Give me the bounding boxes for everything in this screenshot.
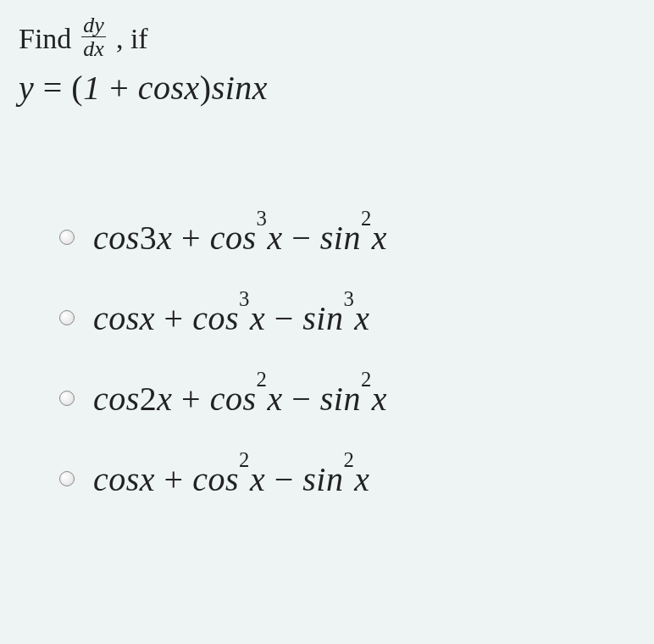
radio-icon[interactable] [59,391,75,406]
option-3-text: cos2x + cos2x − sin2x [93,379,387,419]
option-2-text: cosx + cos3x − sin3x [93,298,370,338]
fraction-dy-dx: dy dx [81,14,106,61]
option-1-text: cos3x + cos3x − sin2x [93,218,387,258]
question-prompt: Find dy dx , if y = (1 + cosx)sinx [0,0,654,108]
options-list: cos3x + cos3x − sin2x cosx + cos3x − sin… [0,218,654,499]
radio-icon[interactable] [59,310,75,325]
option-4-text: cosx + cos2x − sin2x [93,459,370,499]
if-word: , if [116,23,148,55]
option-1[interactable]: cos3x + cos3x − sin2x [59,218,654,258]
option-4[interactable]: cosx + cos2x − sin2x [59,459,654,499]
fraction-numerator: dy [81,14,106,37]
radio-icon[interactable] [59,471,75,486]
radio-icon[interactable] [59,230,75,245]
find-line: Find dy dx , if [19,15,635,63]
option-2[interactable]: cosx + cos3x − sin3x [59,298,654,338]
equation: y = (1 + cosx)sinx [19,68,635,108]
fraction-denominator: dx [81,37,106,60]
find-word: Find [19,23,71,55]
option-3[interactable]: cos2x + cos2x − sin2x [59,379,654,419]
